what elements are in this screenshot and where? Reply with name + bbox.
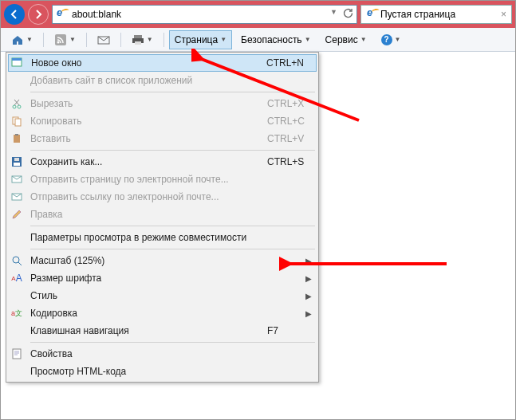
menu-label: Правка [30,209,312,220]
menu-paste: Вставить CTRL+V [8,130,317,147]
dropdown-icon[interactable]: ▼ [330,8,337,22]
encoding-icon: a文 [10,306,24,320]
page-menu-label: Страница [175,34,218,45]
menu-zoom[interactable]: Масштаб (125%) ▶ [8,252,317,269]
menu-send-link: Отправить ссылку по электронной почте... [8,188,317,206]
cut-icon [10,96,24,111]
svg-rect-13 [15,134,18,135]
menu-label: Параметры просмотра в режиме совместимос… [30,232,312,243]
page-dropdown-menu: Новое окно CTRL+N Добавить сайт в список… [6,52,319,383]
menu-compatibility-view[interactable]: Параметры просмотра в режиме совместимос… [8,229,317,246]
menu-shortcut: F7 [267,325,312,336]
svg-rect-5 [135,41,141,45]
url-input[interactable] [70,8,327,21]
tools-menu-button[interactable]: Сервис ▼ [320,30,372,49]
menu-add-site: Добавить сайт в список приложений [8,72,317,89]
svg-rect-11 [15,119,21,126]
svg-rect-3 [134,35,142,38]
svg-point-8 [13,105,16,108]
menu-send-page: Отправить страницу по электронной почте.… [8,171,317,188]
menu-properties[interactable]: Свойства [8,345,317,363]
address-bar[interactable]: ▼ [52,5,357,24]
menu-label: Размер шрифта [30,273,296,284]
menu-label: Добавить сайт в список приложений [30,75,312,86]
menu-style[interactable]: Стиль ▶ [8,287,317,304]
save-icon [10,155,24,169]
forward-button[interactable] [28,4,49,25]
send-link-icon [10,190,24,204]
ie-icon [366,9,377,20]
svg-rect-20 [13,349,21,359]
mail-button[interactable] [92,30,116,49]
menu-label: Клавишная навигация [30,325,261,336]
svg-rect-12 [14,135,20,143]
properties-icon [10,347,24,361]
svg-rect-16 [14,158,19,161]
security-menu-button[interactable]: Безопасность ▼ [235,30,316,49]
ie-icon [56,9,67,20]
menu-label: Вставить [30,133,261,144]
copy-icon [10,114,24,128]
paste-icon [10,131,24,146]
menu-encoding[interactable]: a文 Кодировка ▶ [8,304,317,322]
svg-rect-0 [55,34,66,45]
menu-label: Просмотр HTML-кода [30,366,312,377]
menu-shortcut: CTRL+C [267,116,312,127]
menu-edit: Правка [8,206,317,223]
submenu-arrow-icon: ▶ [305,292,312,300]
menu-label: Отправить страницу по электронной почте.… [30,174,312,185]
tab-close-button[interactable]: × [501,9,506,20]
navigation-bar: ▼ Пустая страница × [1,1,515,28]
menu-shortcut: CTRL+S [267,156,312,167]
menu-shortcut: CTRL+N [266,57,311,69]
edit-icon [10,207,24,222]
menu-label: Вырезать [30,98,261,109]
menu-new-window[interactable]: Новое окно CTRL+N [8,54,317,72]
tools-menu-label: Сервис [325,34,358,45]
font-size-icon: AA [10,271,24,285]
menu-label: Стиль [30,290,296,301]
menu-shortcut: CTRL+V [267,133,312,144]
svg-point-1 [57,41,59,43]
feeds-button[interactable]: ▼ [49,30,81,49]
menu-label: Кодировка [30,308,296,319]
menu-font-size[interactable]: AA Размер шрифта ▶ [8,269,317,287]
tab-title: Пустая страница [380,9,455,20]
svg-rect-15 [14,163,20,166]
menu-copy: Копировать CTRL+C [8,112,317,130]
submenu-arrow-icon: ▶ [305,274,312,283]
menu-cut: Вырезать CTRL+X [8,95,317,112]
menu-label: Свойства [30,348,312,359]
zoom-icon [10,253,24,268]
menu-label: Новое окно [31,57,260,69]
page-menu-button[interactable]: Страница ▼ [169,30,232,49]
back-button[interactable] [4,4,25,25]
svg-rect-7 [12,58,22,61]
help-icon: ? [381,34,392,45]
help-button[interactable]: ? ▼ [376,30,407,49]
svg-point-9 [18,105,21,108]
menu-label: Сохранить как... [30,156,261,167]
send-page-icon [10,172,24,186]
security-menu-label: Безопасность [241,34,302,45]
home-button[interactable]: ▼ [6,30,38,49]
menu-caret-browsing[interactable]: Клавишная навигация F7 [8,322,317,340]
command-bar: ▼ ▼ ▼ Страница ▼ Безопасность ▼ Сервис ▼… [1,28,515,52]
menu-label: Отправить ссылку по электронной почте... [30,191,312,202]
submenu-arrow-icon: ▶ [305,309,312,318]
menu-label: Масштаб (125%) [30,255,296,266]
menu-view-source[interactable]: Просмотр HTML-кода [8,363,317,380]
print-button[interactable]: ▼ [126,30,159,49]
refresh-icon[interactable] [342,8,353,22]
submenu-arrow-icon: ▶ [305,257,312,265]
window-icon [10,56,25,70]
svg-point-19 [13,257,19,263]
menu-label: Копировать [30,116,261,127]
menu-save-as[interactable]: Сохранить как... CTRL+S [8,153,317,171]
browser-tab[interactable]: Пустая страница × [360,5,512,24]
menu-shortcut: CTRL+X [267,98,312,109]
